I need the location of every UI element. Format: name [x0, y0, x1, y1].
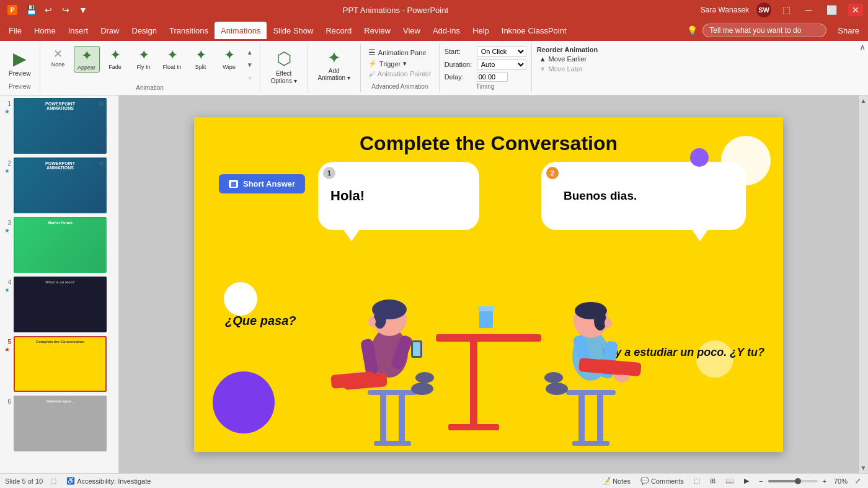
slide-item-6[interactable]: 6 ★ Determine layout... — [2, 396, 116, 451]
menu-share[interactable]: Share — [831, 22, 866, 39]
slide-item-3[interactable]: 3 ★ Market Forum — [2, 217, 116, 273]
save-button[interactable]: 💾 — [24, 2, 38, 17]
menu-record[interactable]: Record — [319, 22, 358, 39]
normal-view-button[interactable]: ⬚ — [691, 476, 702, 486]
customize-button[interactable]: ▼ — [76, 2, 91, 17]
ribbon-collapse-button[interactable]: ∧ — [859, 42, 866, 52]
timing-group-label: Timing — [476, 82, 495, 90]
zoom-track[interactable] — [768, 480, 818, 482]
animation-painter-button[interactable]: 🖌 Animation Painter — [366, 69, 434, 78]
animation-wipe-button[interactable]: ✦ Wipe — [216, 46, 242, 71]
zoom-slider[interactable]: − + — [756, 476, 829, 486]
slide-item-4[interactable]: 4 ★ What is an idea? — [2, 277, 116, 332]
short-answer-label: Short Answer — [243, 179, 295, 189]
thumb-text-1: POWERPOINTANIMATIONS — [15, 99, 105, 113]
menu-animations[interactable]: Animations — [215, 22, 267, 39]
menu-help[interactable]: Help — [466, 22, 495, 39]
animation-pane-icon: ☰ — [368, 48, 376, 57]
slide-sorter-button[interactable]: ⊞ — [707, 476, 718, 486]
menu-file[interactable]: File — [2, 22, 28, 39]
preview-button[interactable]: ▶ Preview — [5, 46, 35, 79]
slide-thumb-4[interactable]: What is an idea? — [14, 277, 107, 332]
thumb-text-4: What is an idea? — [15, 278, 105, 286]
menu-review[interactable]: Review — [358, 22, 397, 39]
settings-icon-1: ⚙ — [99, 100, 104, 107]
comments-button[interactable]: 💬 Comments — [638, 476, 686, 486]
menu-transitions[interactable]: Transitions — [163, 22, 215, 39]
appear-label: Appear — [78, 64, 95, 71]
scroll-more-arrow[interactable]: ⬦ — [248, 74, 252, 81]
advanced-animation-controls: ☰ Animation Pane ⚡ Trigger ▾ 🖌 Animation… — [366, 46, 434, 79]
scroll-up-arrow[interactable]: ▲ — [247, 49, 253, 56]
slide-item-5[interactable]: 5 ★ Complete the Conversation — [2, 336, 116, 392]
short-answer-button[interactable]: ▦ Short Answer — [219, 174, 305, 193]
comments-label: Comments — [651, 477, 684, 485]
start-select[interactable]: On Click With Previous After Previous — [477, 46, 526, 57]
notes-button[interactable]: 📝 Notes — [600, 476, 633, 486]
title-bar-left: P 💾 ↩ ↪ ▼ — [5, 2, 91, 17]
menu-addins[interactable]: Add-ins — [427, 22, 466, 39]
close-button[interactable]: ✕ — [848, 4, 863, 16]
trigger-button[interactable]: ⚡ Trigger ▾ — [366, 59, 434, 68]
animation-floatin-button[interactable]: ✦ Float In — [159, 46, 185, 71]
timing-duration-row: Duration: Auto — [445, 59, 526, 70]
menu-design[interactable]: Design — [126, 22, 163, 39]
effect-options-button[interactable]: ⬡ EffectOptions ▾ — [265, 46, 303, 87]
fade-icon: ✦ — [110, 47, 121, 63]
slide-thumb-1[interactable]: ⚙ POWERPOINTANIMATIONS — [14, 98, 107, 154]
animation-none-button[interactable]: ✕ None — [45, 46, 71, 69]
add-animation-button[interactable]: ✦ AddAnimation ▾ — [313, 46, 355, 84]
zoom-out-button[interactable]: − — [756, 476, 765, 486]
animation-split-button[interactable]: ✦ Split — [188, 46, 214, 71]
slide-notes-icon: ⬚ — [50, 477, 56, 485]
animation-pane-button[interactable]: ☰ Animation Pane — [366, 47, 434, 58]
svg-rect-6 — [380, 395, 386, 445]
user-avatar[interactable]: SW — [756, 2, 771, 17]
app-icon: P — [5, 2, 20, 17]
ribbon-display-button[interactable]: ⬚ — [779, 4, 794, 16]
move-later-button[interactable]: ▼ Move Later — [537, 64, 598, 73]
menu-slideshow[interactable]: Slide Show — [267, 22, 319, 39]
zoom-fill — [768, 480, 798, 482]
trigger-label: Trigger — [379, 60, 401, 68]
slide-thumb-6[interactable]: Determine layout... — [14, 396, 107, 451]
scroll-up-button[interactable]: ▲ — [859, 95, 868, 106]
slide-item-1[interactable]: 1 ★ ⚙ POWERPOINTANIMATIONS — [2, 98, 116, 154]
tell-me-input[interactable]: Tell me what you want to do — [702, 24, 826, 37]
menu-insert[interactable]: Insert — [62, 22, 95, 39]
animation-fade-button[interactable]: ✦ Fade — [102, 46, 128, 71]
move-earlier-button[interactable]: ▲ Move Earlier — [537, 55, 598, 63]
slide-item-2[interactable]: 2 ★ ⚙ POWERPOINTANIMATIONS — [2, 157, 116, 213]
window-title: PPT Animations - PowerPoint — [91, 6, 701, 15]
scroll-down-arrow[interactable]: ▼ — [247, 61, 253, 68]
menu-classpoint[interactable]: Inknoe ClassPoint — [495, 22, 573, 39]
accessibility-button[interactable]: ♿ Accessibility: Investigate — [64, 476, 153, 486]
slide-thumb-3[interactable]: Market Forum — [14, 217, 107, 273]
reading-view-button[interactable]: 📖 — [723, 476, 737, 486]
delay-input[interactable] — [477, 72, 508, 82]
presenter-view-button[interactable]: ▶ — [742, 476, 751, 486]
undo-button[interactable]: ↩ — [41, 2, 56, 17]
right-scrollbar[interactable]: ▲ ▼ — [858, 95, 868, 473]
zoom-thumb[interactable] — [795, 478, 801, 484]
menu-view[interactable]: View — [397, 22, 427, 39]
menu-home[interactable]: Home — [28, 22, 62, 39]
duration-select[interactable]: Auto — [477, 59, 526, 70]
restore-button[interactable]: ⬜ — [823, 4, 841, 16]
zoom-in-button[interactable]: + — [820, 476, 829, 486]
add-animation-label: AddAnimation ▾ — [318, 68, 350, 81]
fit-slide-button[interactable]: ⤢ — [852, 476, 863, 486]
animation-pane-label: Animation Pane — [378, 49, 427, 56]
slide-thumb-5[interactable]: Complete the Conversation — [14, 336, 107, 392]
menu-bar: File Home Insert Draw Design Transitions… — [0, 20, 868, 41]
slide-notes-toggle[interactable]: ⬚ — [48, 476, 59, 486]
svg-rect-35 — [478, 306, 494, 311]
scroll-down-button[interactable]: ▼ — [859, 463, 868, 473]
redo-button[interactable]: ↪ — [58, 2, 73, 17]
menu-draw[interactable]: Draw — [94, 22, 125, 39]
animation-flyin-button[interactable]: ✦ Fly In — [131, 46, 157, 71]
minimize-button[interactable]: ─ — [802, 4, 815, 16]
animation-appear-button[interactable]: ✦ Appear — [74, 46, 100, 73]
slide-thumb-2[interactable]: ⚙ POWERPOINTANIMATIONS — [14, 157, 107, 213]
split-label: Split — [195, 64, 206, 70]
